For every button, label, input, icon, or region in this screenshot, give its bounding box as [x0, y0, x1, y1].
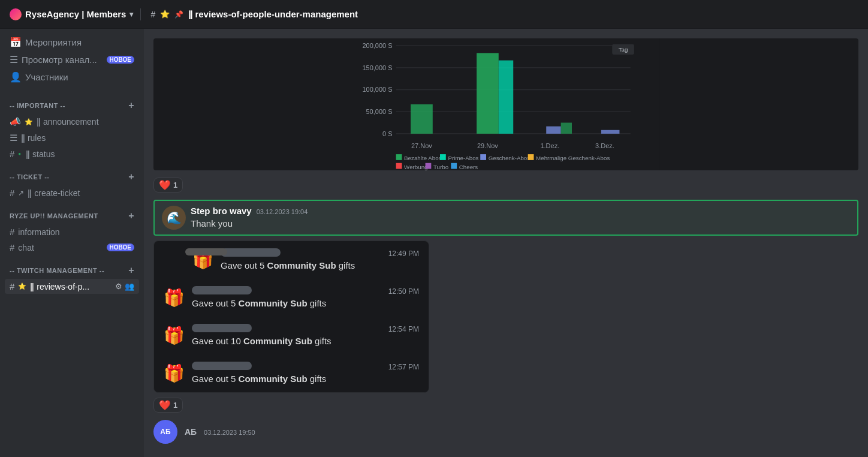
svg-rect-29	[396, 163, 402, 169]
hash-ticket-icon: #	[10, 188, 14, 198]
members-icon: 👤	[10, 71, 22, 83]
sidebar-item-events[interactable]: 📅 Мероприятия	[5, 34, 139, 51]
svg-rect-33	[451, 163, 457, 169]
events-label: Мероприятия	[25, 37, 134, 47]
gift-box-icon-2: 🎁	[164, 288, 185, 308]
svg-text:50,000 S: 50,000 S	[366, 108, 393, 115]
gift-reaction[interactable]: ❤️ 1	[153, 398, 183, 413]
username-blur-3	[192, 324, 252, 332]
svg-rect-27	[528, 154, 534, 160]
section-important-label: -- IMPORTANT --	[10, 102, 65, 109]
hash-chat-icon: #	[10, 242, 14, 252]
svg-text:100,000 S: 100,000 S	[362, 86, 392, 93]
section-ryze-label: RYZE UP!! MANAGEMENT	[10, 212, 98, 220]
svg-text:Mehrmalige Geschenk-Abos: Mehrmalige Geschenk-Abos	[536, 155, 610, 161]
stepbro-message-header: Step bro wavy 03.12.2023 19:04	[191, 206, 850, 216]
ticket-arrow-icon: ↗	[18, 189, 24, 197]
messages-container[interactable]: 200,000 S 150,000 S 100,000 S 50,000 S 0…	[144, 29, 868, 457]
gift-text-1: Gave out 5 Community Sub gifts	[221, 248, 381, 272]
gift-desc-4: Gave out 5 Community Sub gifts	[192, 374, 326, 384]
gift-desc-1: Gave out 5 Community Sub gifts	[221, 260, 355, 270]
gift-box-icon-4: 🎁	[164, 363, 185, 383]
hash-reviews-icon: #	[10, 281, 14, 291]
gift-text-2: Gave out 5 Community Sub gifts	[192, 286, 381, 309]
svg-rect-25	[480, 154, 486, 160]
star-channel-icon: ⭐	[25, 118, 33, 126]
chart-svg: 200,000 S 150,000 S 100,000 S 50,000 S 0…	[153, 38, 858, 170]
browse-badge: НОВОЕ	[107, 56, 134, 64]
twitch-gift-embed: 🎁 Gave out 5 Community Sub gifts 12:49 P…	[153, 240, 429, 393]
gift-text-3: Gave out 10 Community Sub gifts	[192, 324, 381, 347]
channel-name-label: ǁ reviews-of-people-under-management	[188, 9, 358, 20]
sidebar-item-announcement[interactable]: 📣 ⭐ ǁ announcement	[5, 114, 139, 130]
announcement-label: ǁ announcement	[37, 117, 99, 127]
gift-desc-3: Gave out 10 Community Sub gifts	[192, 336, 331, 346]
sidebar-item-information[interactable]: # information	[5, 224, 139, 239]
chart-reaction-count: 1	[173, 181, 177, 190]
stepbro-content: Thank you	[191, 217, 850, 230]
reviews-label: ǁ reviews-of-p...	[30, 282, 89, 291]
members-icon-channel[interactable]: 👥	[125, 282, 134, 291]
browse-icon: ☰	[10, 54, 18, 65]
sidebar-item-create-ticket[interactable]: # ↗ ǁ create-ticket	[5, 185, 139, 200]
rules-icon: ☰	[10, 133, 17, 143]
server-name-section[interactable]: RyseAgency | Members ▾	[10, 8, 141, 20]
sidebar: 📅 Мероприятия ☰ Просмотр канал... НОВОЕ …	[0, 29, 144, 457]
megaphone-icon: 📣	[10, 116, 21, 127]
sidebar-item-browse[interactable]: ☰ Просмотр канал... НОВОЕ	[5, 51, 139, 68]
section-important-header[interactable]: -- IMPORTANT -- +	[0, 91, 144, 113]
stepbro-message-body: Step bro wavy 03.12.2023 19:04 Thank you	[191, 206, 850, 230]
svg-rect-8	[499, 61, 513, 134]
sidebar-item-rules[interactable]: ☰ ǁ rules	[5, 130, 139, 146]
star-icon: ⭐	[160, 10, 170, 19]
hash-icon: #	[150, 10, 155, 19]
svg-text:Geschenk-Abos: Geschenk-Abos	[489, 155, 531, 161]
bottom-timestamp: 03.12.2023 19:50	[204, 429, 255, 436]
bottom-message-group: АБ АБ 03.12.2023 19:50	[144, 415, 868, 449]
server-icon	[10, 8, 22, 20]
section-ryze-header[interactable]: RYZE UP!! MANAGEMENT +	[0, 201, 144, 224]
section-ticket-label: -- TICKET --	[10, 173, 49, 181]
svg-rect-6	[411, 104, 433, 134]
username-blur-1	[221, 248, 281, 257]
chart-reaction[interactable]: ❤️ 1	[153, 178, 183, 193]
events-icon: 📅	[10, 37, 22, 48]
server-name-label: RyseAgency | Members	[25, 9, 126, 19]
add-channel-twitch[interactable]: +	[128, 265, 134, 276]
twitch-embed-inner: 🎁 Gave out 5 Community Sub gifts 12:49 P…	[154, 241, 429, 392]
sidebar-item-chat[interactable]: # chat НОВОЕ	[5, 240, 139, 255]
section-twitch-label: -- TWITCH MANAGEMENT --	[10, 267, 104, 274]
status-label: ǁ status	[26, 149, 55, 159]
chat-label: chat	[18, 243, 34, 252]
settings-icon[interactable]: ⚙	[115, 282, 122, 291]
svg-rect-10	[561, 123, 572, 134]
sidebar-item-reviews[interactable]: # ⭐ ǁ reviews-of-p... ⚙ 👥	[5, 279, 139, 294]
reviews-actions: ⚙ 👥	[115, 282, 134, 291]
gift-desc-2: Gave out 5 Community Sub gifts	[192, 298, 326, 308]
sidebar-item-members[interactable]: 👤 Участники	[5, 68, 139, 86]
svg-rect-23	[440, 154, 446, 160]
username-blur-2	[192, 286, 252, 294]
section-ticket-header[interactable]: -- TICKET -- +	[0, 162, 144, 185]
svg-text:27.Nov: 27.Nov	[411, 142, 432, 149]
add-channel-important[interactable]: +	[128, 100, 134, 111]
heart-emoji: ❤️	[159, 179, 171, 191]
bottom-avatar: АБ	[153, 420, 177, 444]
add-channel-ryze[interactable]: +	[128, 211, 134, 221]
chart-image-area: 200,000 S 150,000 S 100,000 S 50,000 S 0…	[153, 38, 858, 170]
svg-rect-21	[396, 154, 402, 160]
svg-text:Bezahlte Abos: Bezahlte Abos	[404, 155, 442, 161]
svg-text:150,000 S: 150,000 S	[362, 64, 392, 71]
svg-text:3.Dez.: 3.Dez.	[595, 142, 614, 149]
gift-message-4: 🎁 Gave out 5 Community Sub gifts 12:57 P…	[154, 354, 429, 392]
gift-heart-emoji: ❤️	[159, 399, 171, 411]
svg-text:200,000 S: 200,000 S	[362, 42, 392, 49]
sidebar-item-status[interactable]: # ● ǁ status	[5, 146, 139, 161]
browse-label: Просмотр канал...	[22, 55, 103, 65]
section-twitch-header[interactable]: -- TWITCH MANAGEMENT -- +	[0, 255, 144, 278]
gift-message-3: 🎁 Gave out 10 Community Sub gifts 12:54 …	[154, 317, 429, 354]
add-channel-ticket[interactable]: +	[128, 172, 134, 182]
bottom-message-meta: АБ 03.12.2023 19:50	[185, 427, 255, 437]
highlighted-message: 🌊 Step bro wavy 03.12.2023 19:04 Thank y…	[153, 200, 858, 236]
stepbro-username: Step bro wavy	[191, 206, 252, 216]
